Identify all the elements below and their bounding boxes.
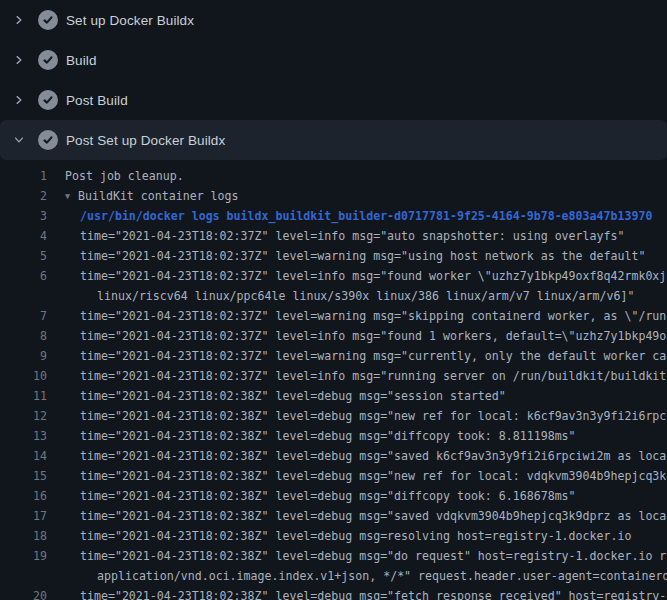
log-line-number[interactable]: 1: [0, 166, 47, 186]
log-text: time="2021-04-23T18:02:38Z" level=debug …: [80, 546, 666, 566]
chevron-right-icon: [12, 52, 25, 68]
step-label: Post Set up Docker Buildx: [66, 133, 225, 148]
log-line: 12time="2021-04-23T18:02:38Z" level=debu…: [0, 406, 667, 426]
log-text: time="2021-04-23T18:02:37Z" level=warnin…: [80, 246, 645, 266]
step-label: Post Build: [66, 93, 128, 108]
log-text: application/vnd.oci.image.index.v1+json,…: [97, 566, 667, 586]
log-command-text: /usr/bin/docker logs buildx_buildkit_bui…: [80, 206, 652, 226]
check-circle-icon: [38, 50, 58, 70]
step-header-set-up-docker-buildx[interactable]: Set up Docker Buildx: [0, 0, 667, 40]
log-line: 16time="2021-04-23T18:02:38Z" level=debu…: [0, 486, 667, 506]
log-text: time="2021-04-23T18:02:37Z" level=warnin…: [80, 306, 666, 326]
log-line: 6time="2021-04-23T18:02:37Z" level=info …: [0, 266, 667, 286]
log-line: 1Post job cleanup.: [0, 166, 667, 186]
log-line-number[interactable]: 11: [0, 386, 47, 406]
log-line: 13time="2021-04-23T18:02:38Z" level=debu…: [0, 426, 667, 446]
log-text: time="2021-04-23T18:02:38Z" level=debug …: [80, 526, 631, 546]
step-list: Set up Docker BuildxBuildPost BuildPost …: [0, 0, 667, 160]
log-line-number[interactable]: 15: [0, 466, 47, 486]
log-text: Post job cleanup.: [65, 166, 184, 186]
group-collapse-triangle-icon: ▼: [65, 186, 78, 206]
log-group-header[interactable]: 2▼BuildKit container logs: [0, 186, 667, 206]
check-circle-icon: [38, 130, 58, 150]
log-line-number[interactable]: 17: [0, 506, 47, 526]
log-line-number[interactable]: 20: [0, 586, 47, 600]
log-line-number[interactable]: 6: [0, 266, 47, 286]
log-text: time="2021-04-23T18:02:38Z" level=debug …: [80, 386, 506, 406]
log-line-number[interactable]: 9: [0, 346, 47, 366]
actions-log-viewer: Set up Docker BuildxBuildPost BuildPost …: [0, 0, 667, 600]
log-text: time="2021-04-23T18:02:38Z" level=debug …: [80, 446, 666, 466]
log-text: time="2021-04-23T18:02:38Z" level=debug …: [80, 466, 666, 486]
log-text: time="2021-04-23T18:02:38Z" level=debug …: [80, 586, 666, 600]
log-line-number[interactable]: 5: [0, 246, 47, 266]
log-line-number[interactable]: 2: [0, 186, 47, 206]
log-text: time="2021-04-23T18:02:38Z" level=debug …: [80, 506, 666, 526]
log-line: 4time="2021-04-23T18:02:37Z" level=info …: [0, 226, 667, 246]
log-line-number[interactable]: 3: [0, 206, 47, 226]
step-header-post-build[interactable]: Post Build: [0, 80, 667, 120]
log-line-number[interactable]: 19: [0, 546, 47, 566]
log-line: linux/riscv64 linux/ppc64le linux/s390x …: [0, 286, 667, 306]
log-pane: 1Post job cleanup.2▼BuildKit container l…: [0, 160, 667, 600]
log-text: time="2021-04-23T18:02:37Z" level=warnin…: [80, 346, 666, 366]
log-text: time="2021-04-23T18:02:38Z" level=debug …: [80, 426, 576, 446]
step-label: Build: [66, 53, 97, 68]
log-line-number[interactable]: 14: [0, 446, 47, 466]
log-line: application/vnd.oci.image.index.v1+json,…: [0, 566, 667, 586]
log-line: 3/usr/bin/docker logs buildx_buildkit_bu…: [0, 206, 667, 226]
log-line: 18time="2021-04-23T18:02:38Z" level=debu…: [0, 526, 667, 546]
log-line: 19time="2021-04-23T18:02:38Z" level=debu…: [0, 546, 667, 566]
log-text: ▼BuildKit container logs: [65, 186, 239, 206]
log-line: 15time="2021-04-23T18:02:38Z" level=debu…: [0, 466, 667, 486]
log-line: 14time="2021-04-23T18:02:38Z" level=debu…: [0, 446, 667, 466]
step-header-build[interactable]: Build: [0, 40, 667, 80]
chevron-right-icon: [12, 12, 25, 28]
log-line-number[interactable]: 13: [0, 426, 47, 446]
log-line-number[interactable]: 7: [0, 306, 47, 326]
chevron-down-icon: [12, 132, 25, 148]
step-label: Set up Docker Buildx: [66, 13, 194, 28]
log-line-number[interactable]: 18: [0, 526, 47, 546]
log-line-number[interactable]: 16: [0, 486, 47, 506]
log-text: time="2021-04-23T18:02:37Z" level=info m…: [80, 266, 666, 286]
log-line: 9time="2021-04-23T18:02:37Z" level=warni…: [0, 346, 667, 366]
log-text: time="2021-04-23T18:02:37Z" level=info m…: [80, 366, 666, 386]
log-line: 17time="2021-04-23T18:02:38Z" level=debu…: [0, 506, 667, 526]
log-text: time="2021-04-23T18:02:38Z" level=debug …: [80, 486, 576, 506]
log-line: 10time="2021-04-23T18:02:37Z" level=info…: [0, 366, 667, 386]
log-line-number[interactable]: 12: [0, 406, 47, 426]
check-circle-icon: [38, 10, 58, 30]
log-line-number[interactable]: 8: [0, 326, 47, 346]
log-line-number[interactable]: 4: [0, 226, 47, 246]
chevron-right-icon: [12, 92, 25, 108]
log-text: time="2021-04-23T18:02:37Z" level=info m…: [80, 226, 624, 246]
log-line: 8time="2021-04-23T18:02:37Z" level=info …: [0, 326, 667, 346]
log-text: time="2021-04-23T18:02:38Z" level=debug …: [80, 406, 666, 426]
log-line: 11time="2021-04-23T18:02:38Z" level=debu…: [0, 386, 667, 406]
check-circle-icon: [38, 90, 58, 110]
log-text: time="2021-04-23T18:02:37Z" level=info m…: [80, 326, 666, 346]
step-header-post-set-up-docker-buildx[interactable]: Post Set up Docker Buildx: [0, 120, 667, 160]
log-line: 20time="2021-04-23T18:02:38Z" level=debu…: [0, 586, 667, 600]
log-text: linux/riscv64 linux/ppc64le linux/s390x …: [97, 286, 634, 306]
group-title: BuildKit container logs: [78, 189, 239, 203]
log-line: 5time="2021-04-23T18:02:37Z" level=warni…: [0, 246, 667, 266]
log-line-number[interactable]: 10: [0, 366, 47, 386]
log-line: 7time="2021-04-23T18:02:37Z" level=warni…: [0, 306, 667, 326]
